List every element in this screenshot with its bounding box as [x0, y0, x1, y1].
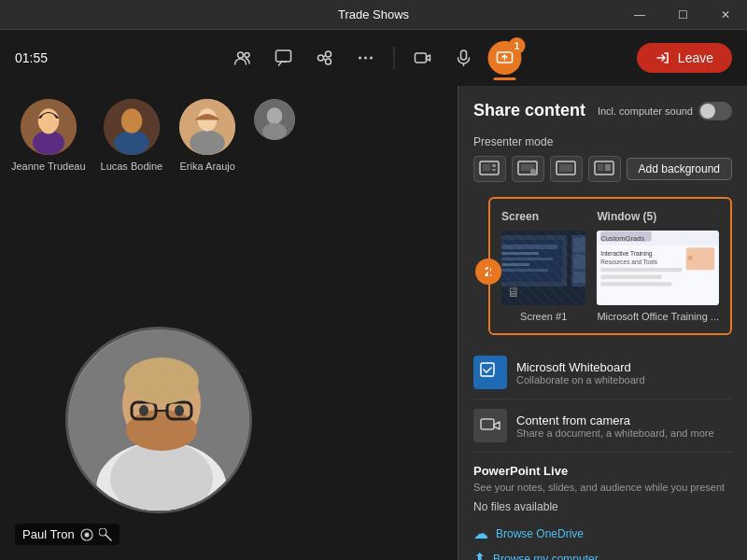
svg-rect-76	[601, 275, 662, 279]
leave-label: Leave	[678, 50, 713, 65]
video-area: Jeanne Trudeau Lucas Bodine	[0, 86, 458, 560]
svg-rect-59	[501, 245, 557, 249]
window-name: Microsoft Office Training ...	[597, 311, 719, 322]
avatar-erika[interactable]	[177, 97, 237, 157]
speaker-name-text: Paul Tron	[22, 527, 75, 541]
share-screen-button[interactable]: 1	[488, 41, 522, 75]
panel-header: Share content Incl. computer sound	[473, 101, 732, 120]
svg-point-33	[126, 410, 197, 451]
more-button[interactable]	[349, 41, 383, 75]
svg-rect-61	[501, 258, 553, 260]
whiteboard-title: Microsoft Whiteboard	[516, 360, 645, 374]
ppt-title: PowerPoint Live	[473, 464, 732, 478]
window-controls: — ☐ ✕	[618, 0, 747, 30]
svg-line-6	[324, 55, 327, 57]
mode-btn-3[interactable]	[550, 156, 583, 182]
svg-point-38	[175, 405, 184, 416]
svg-text:e: e	[688, 253, 693, 262]
whiteboard-option[interactable]: Microsoft Whiteboard Collaborate on a wh…	[473, 346, 732, 399]
svg-point-5	[326, 59, 331, 64]
svg-rect-62	[501, 263, 529, 266]
avatar-lucas[interactable]	[102, 97, 162, 157]
chat-button[interactable]	[267, 41, 301, 75]
browse-computer-label: Browse my computer	[493, 553, 599, 561]
svg-rect-65	[573, 238, 585, 252]
svg-rect-64	[571, 235, 585, 287]
powerpoint-section: PowerPoint Live See your notes, slides, …	[473, 453, 732, 560]
mode-btn-2[interactable]	[512, 156, 544, 182]
svg-point-8	[359, 57, 361, 60]
svg-rect-63	[501, 269, 548, 272]
svg-point-1	[245, 53, 249, 58]
svg-point-18	[39, 113, 57, 134]
maximize-button[interactable]: ☐	[661, 0, 704, 30]
svg-rect-80	[481, 363, 494, 376]
svg-rect-57	[501, 235, 567, 287]
svg-rect-11	[416, 53, 427, 63]
svg-point-0	[238, 52, 244, 58]
svg-point-31	[110, 441, 213, 513]
participant-erika: Erika Araujo	[177, 97, 237, 172]
participant-lucas: Lucas Bodine	[101, 97, 163, 172]
camera-option[interactable]: Content from camera Share a document, a …	[473, 399, 732, 453]
screen-col-title: Screen	[501, 210, 585, 223]
mode-btn-4[interactable]	[588, 156, 621, 182]
screen-col: Screen	[501, 210, 585, 322]
camera-button[interactable]	[406, 41, 440, 75]
svg-point-17	[33, 131, 64, 155]
titlebar: Trade Shows — ☐ ✕	[0, 0, 747, 30]
screen-monitor-icon: 🖥	[507, 285, 520, 300]
ppt-desc: See your notes, slides, and audience whi…	[473, 482, 732, 493]
svg-point-27	[267, 107, 283, 124]
call-timer: 01:55	[15, 50, 48, 65]
participant-anon	[252, 97, 297, 146]
svg-rect-52	[559, 164, 572, 172]
whiteboard-desc: Collaborate on a whiteboard	[516, 374, 645, 385]
mode-btn-1[interactable]	[473, 156, 506, 182]
svg-point-24	[190, 131, 225, 155]
svg-point-9	[364, 57, 367, 60]
svg-point-22	[122, 114, 140, 133]
toolbar: 01:55	[0, 30, 747, 86]
add-background-button[interactable]: Add background	[627, 158, 732, 180]
minimize-button[interactable]: —	[618, 0, 661, 30]
svg-rect-45	[483, 164, 490, 171]
browse-onedrive-label: Browse OneDrive	[496, 527, 584, 540]
browse-onedrive-link[interactable]: ☁ Browse OneDrive	[473, 521, 732, 546]
svg-point-37	[139, 405, 148, 416]
svg-rect-66	[573, 255, 585, 269]
leave-button[interactable]: Leave	[637, 43, 732, 73]
whiteboard-icon	[473, 356, 507, 389]
toggle-knob	[700, 104, 715, 119]
breakout-button[interactable]	[308, 41, 342, 75]
people-button[interactable]	[226, 41, 260, 75]
screen-thumbnail[interactable]: 🖥	[501, 231, 585, 305]
computer-sound-label: Incl. computer sound	[598, 105, 693, 117]
toolbar-separator	[394, 47, 395, 69]
svg-point-39	[124, 357, 199, 404]
svg-text:CustomGrads: CustomGrads	[601, 234, 645, 243]
camera-icon	[473, 409, 507, 442]
main-content: Jeanne Trudeau Lucas Bodine	[0, 86, 747, 560]
svg-rect-67	[573, 272, 585, 283]
toggle-sound[interactable]	[698, 102, 732, 120]
svg-point-4	[326, 51, 331, 57]
svg-rect-54	[598, 164, 603, 171]
close-button[interactable]: ✕	[704, 0, 747, 30]
main-speaker-video	[65, 327, 252, 513]
svg-rect-55	[605, 164, 611, 171]
panel-title: Share content	[473, 101, 585, 120]
browse-computer-link[interactable]: ⬆ Browse my computer	[473, 546, 732, 560]
svg-rect-82	[481, 419, 494, 429]
window-thumbnail[interactable]: CustomGrads Interactive Training Resourc…	[597, 231, 719, 305]
svg-line-43	[106, 535, 111, 540]
mic-button[interactable]	[447, 41, 481, 75]
screen-name: Screen #1	[501, 311, 585, 322]
svg-point-41	[84, 532, 89, 537]
avatar-anon[interactable]	[252, 97, 297, 142]
participant-name-erika: Erika Araujo	[180, 161, 235, 172]
svg-line-7	[324, 59, 327, 61]
avatar-jeanne[interactable]	[19, 97, 78, 157]
participant-name-jeanne: Jeanne Trudeau	[11, 161, 86, 172]
svg-point-10	[370, 57, 373, 60]
